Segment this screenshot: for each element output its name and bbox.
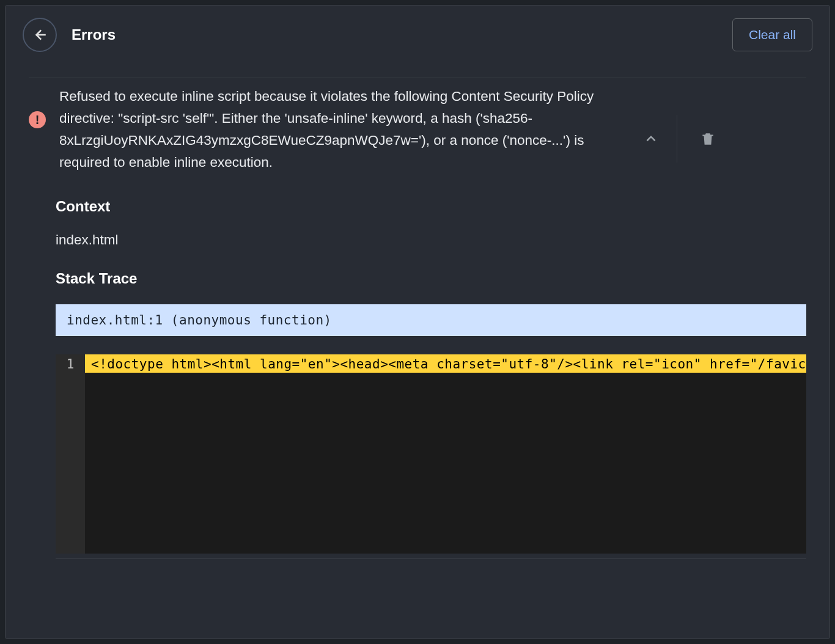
stack-frame[interactable]: index.html:1 (anonymous function) (56, 304, 806, 336)
error-entry: ! Refused to execute inline script becau… (6, 78, 829, 182)
chevron-up-icon (643, 131, 659, 147)
line-number: 1 (56, 354, 85, 554)
context-value: index.html (56, 232, 806, 248)
code-line-highlighted: <!doctype html><html lang="en"><head><me… (85, 354, 806, 373)
code-area: <!doctype html><html lang="en"><head><me… (85, 354, 806, 554)
error-actions (636, 115, 726, 163)
clear-all-button[interactable]: Clear all (732, 18, 812, 51)
bottom-divider (56, 558, 806, 559)
code-row: 1 <!doctype html><html lang="en"><head><… (56, 354, 806, 554)
back-button[interactable] (23, 18, 57, 52)
panel-header: Errors Clear all (6, 5, 829, 63)
panel-title: Errors (72, 26, 116, 43)
delete-button[interactable] (690, 124, 726, 153)
arrow-left-icon (32, 27, 48, 43)
action-divider (677, 115, 677, 163)
context-section: Context index.html Stack Trace (56, 198, 806, 304)
code-viewer[interactable]: 1 <!doctype html><html lang="en"><head><… (56, 354, 806, 554)
error-message: Refused to execute inline script because… (59, 86, 622, 174)
error-badge-icon: ! (29, 111, 46, 128)
collapse-button[interactable] (636, 124, 666, 153)
stacktrace-block: index.html:1 (anonymous function) 1 <!do… (56, 304, 806, 554)
trash-icon (700, 131, 716, 147)
errors-panel: Errors Clear all ! Refused to execute in… (5, 5, 830, 639)
context-heading: Context (56, 198, 806, 215)
stacktrace-heading: Stack Trace (56, 270, 806, 287)
